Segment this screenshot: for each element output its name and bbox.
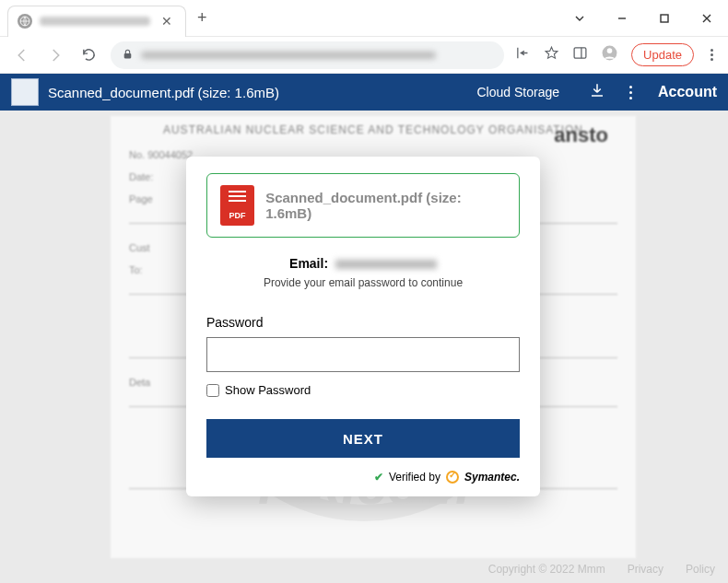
browser-titlebar: ✕ + [0,0,728,37]
document-thumbnail [11,78,39,106]
tab-close-icon[interactable]: ✕ [158,14,176,29]
login-modal: PDF Scanned_document.pdf (size: 1.6mB) E… [186,157,540,496]
url-text [141,52,436,59]
reload-icon[interactable] [77,44,100,66]
window-minimize-icon[interactable] [601,0,643,37]
star-icon[interactable] [544,45,559,64]
bg-to: To: [129,264,143,275]
more-icon[interactable] [622,86,640,99]
share-icon[interactable] [515,45,531,64]
email-value [335,260,437,269]
lock-icon [122,47,134,64]
address-bar-actions: Update [515,43,717,66]
password-label: Password [206,315,520,330]
verified-badge: ✔ Verified by Symantec. [206,471,520,484]
bg-details: Deta [129,377,150,388]
password-input[interactable] [206,337,520,372]
verified-text: Verified by [389,471,440,484]
copyright: Copyright © 2022 Mmm [488,563,605,576]
content-area: AUSTRALIAN NUCLEAR SCIENCE AND TECHNOLOG… [0,111,728,583]
window-close-icon[interactable] [686,0,728,37]
checkmark-icon: ✔ [374,471,383,484]
bg-number: No. 90044052 [129,149,193,160]
svg-rect-2 [661,15,668,22]
kebab-menu-icon[interactable] [707,45,717,64]
email-label: Email: [289,256,328,271]
bg-logo: ansto [554,123,608,147]
show-password-row[interactable]: Show Password [206,383,520,397]
new-tab-button[interactable]: + [197,8,207,28]
profile-icon[interactable] [601,44,618,65]
instruction-text: Provide your email password to continue [206,276,520,289]
browser-tab[interactable]: ✕ [7,6,186,37]
forward-icon[interactable] [44,44,66,66]
symantec-label: Symantec. [464,471,520,484]
show-password-label: Show Password [225,383,311,397]
bg-date: Date: [129,171,153,182]
window-chevron-icon[interactable] [558,0,601,37]
url-field[interactable] [111,41,504,69]
policy-link[interactable]: Policy [686,563,715,576]
svg-point-7 [607,48,613,53]
show-password-checkbox[interactable] [206,384,219,397]
svg-rect-3 [124,52,132,57]
document-title: Scanned_document.pdf (size: 1.6mB) [48,85,467,100]
cloud-storage-link[interactable]: Cloud Storage [476,85,559,99]
download-icon[interactable] [581,82,613,102]
symantec-icon [446,471,459,484]
update-button[interactable]: Update [631,43,694,66]
email-row: Email: [206,256,520,271]
back-icon[interactable] [11,44,33,66]
browser-address-bar: Update [0,37,728,74]
globe-icon [18,14,32,29]
privacy-link[interactable]: Privacy [628,563,663,576]
app-header: Scanned_document.pdf (size: 1.6mB) Cloud… [0,74,728,111]
bg-page: Page [129,193,153,204]
bg-cust: Cust [129,242,150,253]
account-link[interactable]: Account [658,84,717,100]
modal-file-name: Scanned_document.pdf (size: 1.6mB) [265,190,506,221]
footer: Copyright © 2022 Mmm Privacy Policy [488,563,715,576]
pdf-icon: PDF [220,185,254,226]
svg-rect-4 [574,48,586,58]
next-button[interactable]: NEXT [206,419,520,458]
file-banner: PDF Scanned_document.pdf (size: 1.6mB) [206,173,520,238]
window-controls [558,0,728,37]
tab-title [40,17,150,26]
panel-icon[interactable] [572,45,588,64]
window-maximize-icon[interactable] [643,0,686,37]
